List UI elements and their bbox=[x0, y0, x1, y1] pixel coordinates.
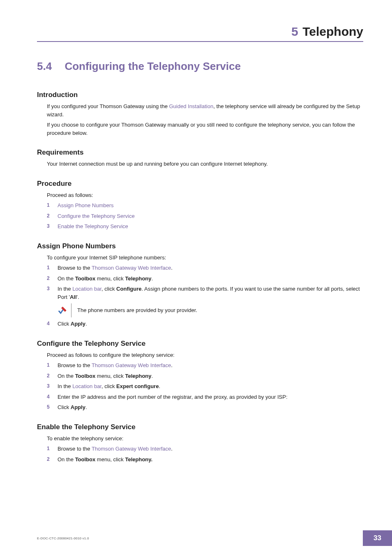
list-item: 3 In the Location bar, click Expert conf… bbox=[47, 382, 363, 391]
step-number: 2 bbox=[47, 372, 50, 379]
text: . bbox=[159, 383, 160, 389]
intro-p2: If you choose to configure your Thomson … bbox=[47, 121, 363, 137]
step-number: 3 bbox=[47, 222, 50, 230]
chapter-header: 5 Telephony bbox=[37, 25, 363, 42]
text: Browse to the bbox=[58, 362, 92, 368]
assign-lead: To configure your Internet SIP telephone… bbox=[47, 254, 363, 262]
bold-toolbox: Toolbox bbox=[75, 275, 96, 282]
text: . bbox=[85, 321, 87, 327]
text: . bbox=[85, 404, 87, 410]
bold-expert-configure: Expert configure bbox=[116, 383, 159, 389]
enable-lead: To enable the telephony service: bbox=[47, 435, 363, 443]
text: If you configured your Thomson Gateway u… bbox=[47, 103, 169, 109]
text: menu, click bbox=[95, 373, 125, 379]
heading-introduction: Introduction bbox=[37, 91, 363, 99]
text: On the bbox=[58, 275, 75, 282]
bold-all: All bbox=[70, 294, 77, 300]
text: . bbox=[152, 373, 153, 379]
step-number: 3 bbox=[47, 285, 50, 292]
text: , click bbox=[101, 286, 116, 292]
list-item: 5 Click Apply. bbox=[47, 403, 363, 412]
page-number: 33 bbox=[363, 530, 392, 546]
link-location-bar[interactable]: Location bar bbox=[72, 286, 101, 292]
bold-apply: Apply bbox=[71, 404, 85, 410]
list-item: 4 Enter the IP address and the port numb… bbox=[47, 393, 363, 401]
step-number: 2 bbox=[47, 456, 50, 463]
step-number: 2 bbox=[47, 212, 50, 220]
link-thomson-gateway-web-interface[interactable]: Thomson Gateway Web Interface bbox=[92, 362, 171, 368]
link-thomson-gateway-web-interface[interactable]: Thomson Gateway Web Interface bbox=[92, 265, 171, 271]
list-item: 3 In the Location bar, click Configure. … bbox=[47, 285, 363, 317]
list-item: 2 On the Toolbox menu, click Telephony. bbox=[47, 275, 363, 283]
step-number: 4 bbox=[47, 393, 50, 400]
text: menu, click bbox=[95, 456, 125, 462]
link-assign-phone-numbers[interactable]: Assign Phone Numbers bbox=[58, 202, 114, 208]
proc-list: 1Assign Phone Numbers 2Configure the Tel… bbox=[47, 201, 363, 231]
req-body: Your Internet connection must be up and … bbox=[37, 160, 363, 168]
text: In the bbox=[58, 383, 72, 389]
checkmark-pencil-icon bbox=[58, 303, 71, 317]
enable-body: To enable the telephony service: 1 Brows… bbox=[37, 435, 363, 464]
cfg-body: Proceed as follows to configure the tele… bbox=[37, 351, 363, 412]
heading-assign-phone-numbers: Assign Phone Numbers bbox=[37, 242, 363, 250]
list-item: 4 Click Apply. bbox=[47, 320, 363, 328]
section-title: 5.4 Configuring the Telephony Service bbox=[37, 60, 363, 73]
text: On the bbox=[58, 456, 75, 462]
text: . bbox=[171, 446, 173, 452]
step-number: 4 bbox=[47, 320, 50, 327]
bold-telephony: Telephony. bbox=[125, 456, 152, 462]
link-thomson-gateway-web-interface[interactable]: Thomson Gateway Web Interface bbox=[92, 446, 171, 452]
cfg-list: 1 Browse to the Thomson Gateway Web Inte… bbox=[47, 361, 363, 412]
proc-lead: Proceed as follows: bbox=[47, 191, 363, 199]
bold-toolbox: Toolbox bbox=[75, 373, 96, 379]
footer: E-DOC-CTC-20080421-0010 v1.0 33 bbox=[0, 530, 392, 546]
text: . bbox=[152, 275, 153, 282]
chapter-title: Telephony bbox=[302, 25, 363, 38]
enable-list: 1 Browse to the Thomson Gateway Web Inte… bbox=[47, 445, 363, 463]
heading-enable-telephony-service: Enable the Telephony Service bbox=[37, 423, 363, 431]
assign-body: To configure your Internet SIP telephone… bbox=[37, 254, 363, 328]
step-number: 1 bbox=[47, 445, 50, 452]
text: Browse to the bbox=[58, 446, 92, 452]
cfg-lead: Proceed as follows to configure the tele… bbox=[47, 351, 363, 359]
bold-configure: Configure bbox=[116, 286, 141, 292]
req-p: Your Internet connection must be up and … bbox=[47, 160, 363, 168]
list-item: 3Enable the Telephony Service bbox=[47, 222, 363, 231]
text: . bbox=[171, 265, 173, 271]
text: On the bbox=[58, 373, 75, 379]
bold-apply: Apply bbox=[71, 321, 85, 327]
step-number: 5 bbox=[47, 403, 50, 411]
text: . bbox=[171, 362, 173, 368]
note-text: The phone numbers are provided by your p… bbox=[77, 306, 197, 314]
list-item: 1 Browse to the Thomson Gateway Web Inte… bbox=[47, 264, 363, 272]
text: '. bbox=[77, 294, 79, 300]
step-number: 1 bbox=[47, 201, 50, 209]
bold-toolbox: Toolbox bbox=[75, 456, 96, 462]
section-name: Configuring the Telephony Service bbox=[65, 60, 241, 72]
link-guided-installation[interactable]: Guided Installation bbox=[169, 103, 213, 109]
intro-p1: If you configured your Thomson Gateway u… bbox=[47, 102, 363, 118]
link-configure-telephony-service[interactable]: Configure the Telephony Service bbox=[58, 213, 135, 219]
heading-procedure: Procedure bbox=[37, 180, 363, 188]
text: Click bbox=[58, 321, 71, 327]
intro-body: If you configured your Thomson Gateway u… bbox=[37, 102, 363, 137]
chapter-number: 5 bbox=[291, 25, 298, 38]
text: , click bbox=[101, 383, 116, 389]
heading-configure-telephony-service: Configure the Telephony Service bbox=[37, 340, 363, 348]
link-location-bar[interactable]: Location bar bbox=[72, 383, 101, 389]
list-item: 2 On the Toolbox menu, click Telephony. bbox=[47, 456, 363, 464]
assign-list: 1 Browse to the Thomson Gateway Web Inte… bbox=[47, 264, 363, 328]
proc-body: Proceed as follows: 1Assign Phone Number… bbox=[37, 191, 363, 231]
note-row: The phone numbers are provided by your p… bbox=[58, 303, 363, 317]
text: Enter the IP address and the port number… bbox=[58, 394, 288, 400]
text: Click bbox=[58, 404, 71, 410]
step-number: 1 bbox=[47, 264, 50, 271]
section-number: 5.4 bbox=[37, 60, 52, 72]
link-enable-telephony-service[interactable]: Enable the Telephony Service bbox=[58, 223, 128, 229]
list-item: 1Assign Phone Numbers bbox=[47, 201, 363, 210]
text: Browse to the bbox=[58, 265, 92, 271]
list-item: 2 On the Toolbox menu, click Telephony. bbox=[47, 372, 363, 380]
text: In the bbox=[58, 286, 72, 292]
step-number: 3 bbox=[47, 382, 50, 390]
bold-telephony: Telephony bbox=[125, 275, 151, 282]
